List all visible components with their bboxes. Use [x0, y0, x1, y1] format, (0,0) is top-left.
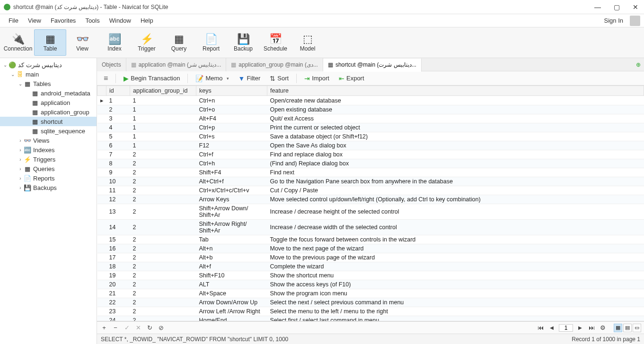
cell[interactable]: Move to the next page of the wizard [267, 244, 644, 253]
cell[interactable]: 1 [130, 114, 196, 123]
cell[interactable]: Home/End [196, 316, 267, 322]
cell[interactable]: 17 [106, 253, 130, 262]
cell[interactable]: Ctrl+f [196, 150, 267, 159]
grid-view-button[interactable]: ▦ [614, 324, 622, 332]
page-number-input[interactable] [559, 324, 573, 332]
table-row[interactable]: 31Alt+F4Quit/ exit Access [97, 114, 644, 123]
cell[interactable]: Show the program icon menu [267, 289, 644, 298]
close-button[interactable]: ✕ [631, 3, 640, 11]
next-page-button[interactable]: ► [576, 324, 584, 331]
expander-icon[interactable]: › [17, 138, 24, 143]
cell[interactable]: Ctrl+x/Ctrl+c/Ctrl+v [196, 186, 267, 195]
cell[interactable]: Show the shortcut menu [267, 271, 644, 280]
table-row[interactable]: ▸11Ctrl+nOpen/create new database [97, 96, 644, 105]
tree-item[interactable]: ›📄Reports [0, 173, 97, 183]
cell[interactable]: (Find and) Replace dialog box [267, 159, 644, 168]
tree-item[interactable]: ›👓Views [0, 136, 97, 145]
text-view-button[interactable]: ▭ [633, 324, 641, 332]
cell[interactable]: Move to the previous page of the wizard [267, 253, 644, 262]
table-row[interactable]: 162Alt+nMove to the next page of the wiz… [97, 244, 644, 253]
table-row[interactable]: 142Shift+Arrow Right/ Shift+ArIncrease /… [97, 220, 644, 235]
first-page-button[interactable]: ⏮ [536, 324, 545, 331]
cell[interactable]: Alt+Ctrl+f [196, 177, 267, 186]
cell[interactable]: Save a database object (or Shift+f12) [267, 132, 644, 141]
cell[interactable]: 22 [106, 298, 130, 307]
table-row[interactable]: 202ALTShow the access keys (of F10) [97, 280, 644, 289]
menu-view[interactable]: View [23, 15, 46, 26]
cell[interactable]: F12 [196, 141, 267, 150]
cell[interactable]: Increase / decrease height of the select… [267, 204, 644, 220]
cell[interactable]: Select the menu to the left / menu to th… [267, 307, 644, 316]
cell[interactable]: 2 [130, 289, 196, 298]
tree-item[interactable]: ▦android_metadata [0, 88, 97, 98]
document-tab[interactable]: ▦shortcut @main (دیتابیس شرت... [323, 59, 422, 72]
table-row[interactable]: 102Alt+Ctrl+fGo to the Navigation Pane s… [97, 177, 644, 186]
table-row[interactable]: 51Ctrl+sSave a database object (or Shift… [97, 132, 644, 141]
cell[interactable]: 5 [106, 132, 130, 141]
cell[interactable]: 2 [130, 316, 196, 322]
cell[interactable]: 4 [106, 123, 130, 132]
table-row[interactable]: 172Alt+bMove to the previous page of the… [97, 253, 644, 262]
cell[interactable]: Shift+Arrow Down/ Shift+Ar [196, 204, 267, 220]
prev-page-button[interactable]: ◄ [547, 324, 556, 331]
toolbar-query-button[interactable]: ▦Query [163, 29, 195, 56]
row-marker-header[interactable] [97, 86, 106, 96]
user-avatar-icon[interactable] [630, 16, 640, 26]
toolbar-table-button[interactable]: ▦Table [34, 29, 66, 56]
cell[interactable]: 18 [106, 262, 130, 271]
cell[interactable]: 2 [130, 253, 196, 262]
expander-icon[interactable]: › [17, 157, 24, 162]
cell[interactable]: Alt+n [196, 244, 267, 253]
column-header[interactable]: id [106, 86, 130, 96]
cell[interactable]: Arrow Down/Arrow Up [196, 298, 267, 307]
tree-item[interactable]: ›⚡Triggers [0, 155, 97, 164]
cell[interactable]: 2 [130, 280, 196, 289]
cell[interactable]: Open/create new database [267, 96, 644, 105]
cell[interactable]: 2 [130, 204, 196, 220]
cell[interactable]: Show the access keys (of F10) [267, 280, 644, 289]
cell[interactable]: Alt+b [196, 253, 267, 262]
table-row[interactable]: 192Shift+F10Show the shortcut menu [97, 271, 644, 280]
apply-changes-button[interactable]: ✓ [123, 324, 131, 331]
cell[interactable]: 2 [130, 220, 196, 235]
sort-button[interactable]: ⇅Sort [266, 73, 292, 84]
cell[interactable]: 9 [106, 168, 130, 177]
cell[interactable]: Print the current or selected object [267, 123, 644, 132]
cell[interactable]: 16 [106, 244, 130, 253]
cell[interactable]: Ctrl+o [196, 105, 267, 114]
cell[interactable]: Shift+Arrow Right/ Shift+Ar [196, 220, 267, 235]
cell[interactable]: 11 [106, 186, 130, 195]
data-grid[interactable]: idapplication_group_idkeysfeature ▸11Ctr… [97, 86, 644, 321]
column-header[interactable]: feature [267, 86, 644, 96]
toolbar-trigger-button[interactable]: ⚡Trigger [131, 29, 163, 56]
cell[interactable]: Ctrl+n [196, 96, 267, 105]
tree-item[interactable]: ›💾Backups [0, 183, 97, 192]
refresh-button[interactable]: ↻ [145, 324, 154, 331]
cell[interactable]: Move selected control up/down/left/right… [267, 195, 644, 204]
table-row[interactable]: 92Shift+F4Find next [97, 168, 644, 177]
table-row[interactable]: 182Alt+fComplete the wizard [97, 262, 644, 271]
cell[interactable]: Quit/ exit Access [267, 114, 644, 123]
filter-button[interactable]: ▼Filter [235, 73, 265, 84]
cell[interactable]: Go to the Navigation Pane search box fro… [267, 177, 644, 186]
cell[interactable]: Select the next / select previous comman… [267, 298, 644, 307]
document-tab[interactable]: Objects [97, 58, 126, 71]
expander-icon[interactable]: › [17, 166, 24, 172]
menu-favorites[interactable]: Favorites [46, 15, 80, 26]
tree-item[interactable]: ▦application [0, 98, 97, 107]
maximize-button[interactable]: ▢ [612, 3, 621, 11]
cell[interactable]: 1 [130, 141, 196, 150]
expander-icon[interactable]: › [17, 176, 24, 181]
toolbar-view-button[interactable]: 👓View [66, 29, 98, 56]
cell[interactable]: 1 [130, 123, 196, 132]
tree-item[interactable]: ▦sqlite_sequence [0, 126, 97, 136]
cell[interactable]: Complete the wizard [267, 262, 644, 271]
cell[interactable]: 1 [130, 132, 196, 141]
table-row[interactable]: 122Arrow KeysMove selected control up/do… [97, 195, 644, 204]
toolbar-index-button[interactable]: 🔤Index [98, 29, 131, 56]
column-header[interactable]: keys [196, 86, 267, 96]
expander-icon[interactable]: ⌄ [2, 62, 9, 68]
cell[interactable]: 2 [130, 244, 196, 253]
column-header[interactable]: application_group_id [130, 86, 196, 96]
object-tree-sidebar[interactable]: ⌄🟢دیتابیس شرت کد⌄🗄main⌄▦Tables▦android_m… [0, 58, 97, 344]
